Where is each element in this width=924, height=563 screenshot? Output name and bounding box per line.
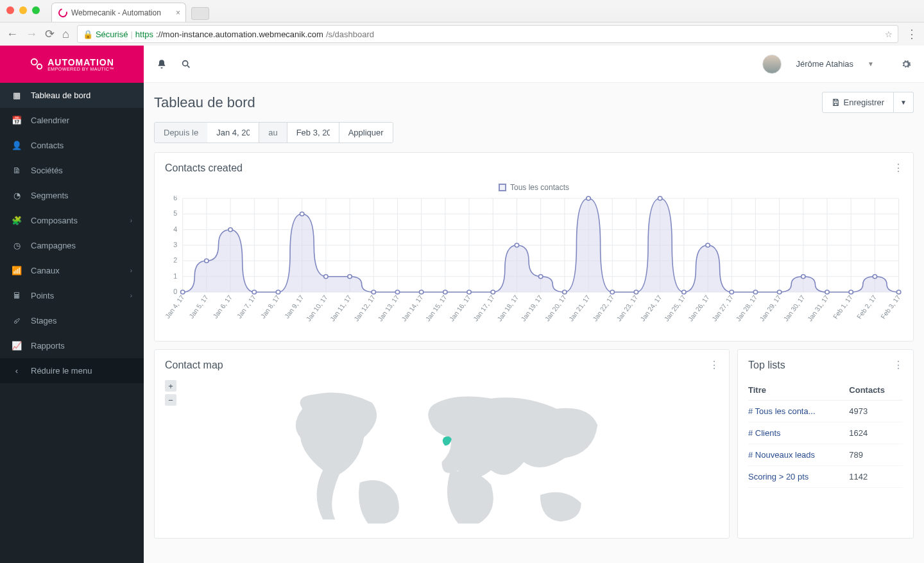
sidebar-item-1[interactable]: 📅 Calendrier	[0, 108, 144, 133]
svg-point-85	[324, 275, 328, 279]
svg-point-2	[183, 60, 188, 65]
table-row: # Nouveaux leads 789	[748, 444, 903, 466]
col-contacts: Contacts	[849, 380, 903, 401]
grid-icon: ▦	[12, 91, 22, 100]
legend-swatch-icon	[499, 184, 506, 191]
panel-contact-map: Contact map ⋮ + −	[154, 349, 730, 539]
panel-menu-icon[interactable]: ⋮	[709, 359, 719, 371]
svg-text:Jan 11, 17: Jan 11, 17	[329, 294, 353, 323]
browser-menu-icon[interactable]: ⋮	[906, 27, 918, 41]
forward-icon: →	[26, 28, 37, 41]
sidebar-item-4[interactable]: ◔ Segments	[0, 183, 144, 208]
panel-title: Contact map	[165, 359, 223, 371]
search-icon[interactable]	[181, 59, 191, 69]
save-button[interactable]: Enregistrer	[822, 92, 894, 113]
svg-point-105	[801, 275, 805, 279]
sidebar-item-2[interactable]: 👤 Contacts	[0, 133, 144, 158]
new-tab-button[interactable]	[191, 7, 209, 20]
svg-text:Jan 20, 17: Jan 20, 17	[543, 294, 568, 323]
lock-icon: 🔒	[83, 30, 93, 39]
zoom-out-button[interactable]: −	[165, 394, 176, 406]
window-traffic-lights[interactable]	[6, 6, 40, 14]
world-map[interactable]: + −	[165, 380, 719, 528]
close-icon[interactable]: ×	[176, 8, 180, 17]
to-date-input[interactable]	[287, 123, 339, 143]
zoom-in-button[interactable]: +	[165, 380, 176, 392]
sidebar-collapse[interactable]: ‹ Réduire le menu	[0, 358, 144, 383]
svg-text:Jan 28, 17: Jan 28, 17	[735, 294, 759, 323]
address-bar[interactable]: 🔒 Sécurisé | https ://mon-instance.autom…	[77, 25, 898, 43]
sidebar-item-3[interactable]: 🗎 Sociétés	[0, 158, 144, 183]
sidebar-item-6[interactable]: ◷ Campagnes	[0, 233, 144, 258]
svg-text:6: 6	[173, 196, 177, 202]
secure-label: Sécurisé	[96, 30, 128, 39]
browser-tab[interactable]: Webmecanik - Automation ×	[51, 3, 186, 22]
avatar[interactable]	[762, 55, 782, 74]
save-label: Enregistrer	[844, 98, 885, 107]
list-title[interactable]: Scoring > 20 pts	[748, 466, 849, 488]
bell-icon[interactable]	[157, 59, 167, 69]
svg-text:Jan 7, 17: Jan 7, 17	[235, 294, 258, 320]
legend-label: Tous les contacts	[510, 183, 569, 192]
save-dropdown-button[interactable]: ▼	[894, 92, 914, 113]
panel-menu-icon[interactable]: ⋮	[893, 162, 903, 174]
list-count: 4973	[849, 401, 903, 422]
svg-point-95	[563, 290, 567, 294]
table-row: # Tous les conta... 4973	[748, 401, 903, 422]
sidebar-item-9[interactable]: 🜚 Stages	[0, 308, 144, 333]
file-icon: 🗎	[12, 166, 22, 175]
list-title[interactable]: # Tous les conta...	[748, 401, 849, 422]
page-title: Tableau de bord	[154, 94, 255, 111]
bookmark-icon[interactable]: ☆	[885, 30, 893, 39]
sidebar-item-10[interactable]: 📈 Rapports	[0, 333, 144, 358]
sidebar-item-8[interactable]: 🖩 Points ›	[0, 283, 144, 308]
sidebar-item-7[interactable]: 📶 Canaux ›	[0, 258, 144, 283]
sidebar-item-0[interactable]: ▦ Tableau de bord	[0, 83, 144, 108]
svg-text:Jan 14, 17: Jan 14, 17	[400, 294, 425, 323]
svg-point-109	[896, 290, 900, 294]
svg-point-104	[777, 290, 781, 294]
svg-text:0: 0	[173, 288, 177, 295]
sidebar-item-label: Segments	[31, 191, 69, 200]
chart-icon: 📈	[12, 341, 22, 351]
home-icon[interactable]: ⌂	[62, 28, 69, 41]
back-icon[interactable]: ←	[6, 28, 18, 41]
svg-point-84	[300, 212, 304, 216]
chart-legend[interactable]: Tous les contacts	[165, 183, 903, 192]
brand-logo[interactable]: AUTOMATION EMPOWERED BY MAUTIC™	[0, 46, 144, 83]
svg-text:Feb 2, 17: Feb 2, 17	[855, 294, 878, 320]
sidebar-item-5[interactable]: 🧩 Composants ›	[0, 208, 144, 233]
sidebar-item-label: Composants	[31, 216, 78, 225]
clock-icon: ◷	[12, 241, 22, 250]
chevron-left-icon: ‹	[12, 366, 22, 376]
user-name[interactable]: Jérôme Atahias	[796, 59, 853, 69]
sidebar: AUTOMATION EMPOWERED BY MAUTIC™ ▦ Tablea…	[0, 46, 144, 563]
caret-down-icon[interactable]: ▼	[868, 60, 874, 67]
reload-icon[interactable]: ⟳	[45, 27, 55, 41]
table-row: Scoring > 20 pts 1142	[748, 466, 903, 488]
svg-text:Jan 26, 17: Jan 26, 17	[687, 294, 711, 323]
panel-menu-icon[interactable]: ⋮	[893, 359, 903, 371]
daterange-picker: Depuis le au Appliquer	[154, 122, 393, 143]
chevron-right-icon: ›	[130, 267, 132, 274]
from-date-input[interactable]	[207, 123, 259, 143]
svg-point-81	[228, 228, 232, 232]
calendar-icon: 📅	[12, 116, 22, 125]
brand-name: AUTOMATION	[47, 58, 114, 67]
puzzle-icon: 🧩	[12, 216, 22, 225]
col-title: Titre	[748, 380, 849, 401]
svg-text:Jan 22, 17: Jan 22, 17	[591, 294, 615, 323]
apply-button[interactable]: Appliquer	[339, 123, 393, 143]
sidebar-item-label: Rapports	[31, 341, 65, 351]
svg-point-88	[395, 290, 399, 294]
list-title[interactable]: # Clients	[748, 422, 849, 444]
url-protocol: https	[135, 30, 153, 39]
calc-icon: 🖩	[12, 291, 22, 300]
sidebar-item-label: Stages	[31, 316, 56, 325]
list-title[interactable]: # Nouveaux leads	[748, 444, 849, 466]
svg-point-107	[849, 290, 853, 294]
svg-text:Jan 25, 17: Jan 25, 17	[663, 294, 687, 323]
chevron-right-icon: ›	[130, 217, 132, 224]
sidebar-item-label: Contacts	[31, 141, 64, 150]
settings-gear-icon[interactable]	[901, 59, 911, 69]
